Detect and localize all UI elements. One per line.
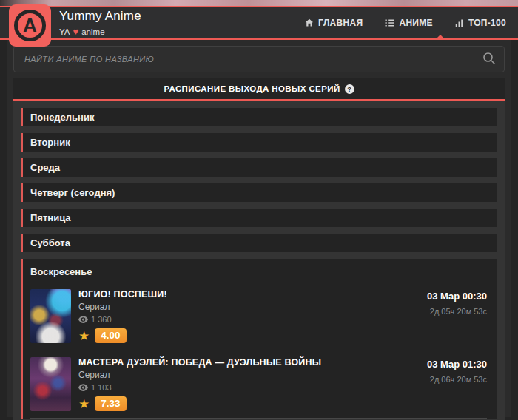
subtitle-suffix: anime [81,27,104,36]
star-icon: ★ [78,398,90,410]
chart-bars-icon [455,18,464,27]
air-time-block: 03 Мар 00:30 2д 05ч 20м 53с [427,289,487,343]
site-title[interactable]: Yummy Anime [59,9,141,24]
day-row-monday[interactable]: Понедельник [21,108,497,126]
home-icon [305,18,314,27]
nav-item-label: АНИМЕ [399,18,432,28]
eye-icon [78,384,88,391]
nav-item-home[interactable]: ГЛАВНАЯ [305,18,363,28]
day-row-friday[interactable]: Пятница [21,209,497,227]
rating-badge: 7.33 [95,396,126,411]
views-count: 1 103 [78,383,321,392]
anime-type: Сериал [78,370,321,380]
nav-item-label: ТОП-100 [468,18,506,28]
nav-item-label: ГЛАВНАЯ [318,18,363,28]
anime-title-link[interactable]: МАСТЕРА ДУЭЛЕЙ: ПОБЕДА — ДУЭЛЬНЫЕ ВОЙНЫ [78,357,321,368]
anime-entry: ЮГИО! ПОСПЕШИ! Сериал 1 360 ★ 4.00 03 Ма… [30,282,487,350]
star-icon: ★ [78,330,90,342]
schedule-day-list: Понедельник Вторник Среда Четверг (сегод… [13,101,505,420]
heart-icon: ♥ [73,26,79,37]
site-subtitle: YA ♥ anime [59,26,141,37]
logo-a-icon: A [14,10,46,41]
entry-info: ЮГИО! ПОСПЕШИ! Сериал 1 360 ★ 4.00 [78,289,167,343]
site-header: A Yummy Anime YA ♥ anime ГЛАВНАЯ АНИМЕ Т… [0,6,518,40]
views-value: 1 103 [91,383,112,392]
page-content: РАСПИСАНИЕ ВЫХОДА НОВЫХ СЕРИЙ ? Понедель… [7,40,511,417]
day-row-sunday[interactable]: Воскресенье [30,263,487,282]
search-icon [482,51,497,66]
list-icon [385,18,394,27]
anime-type: Сериал [78,302,167,312]
main-nav: ГЛАВНАЯ АНИМЕ ТОП-100 [305,18,518,28]
day-panel-sunday: Воскресенье ЮГИО! ПОСПЕШИ! Сериал 1 360 … [21,259,497,419]
search-input[interactable] [13,46,505,72]
entry-info: МАСТЕРА ДУЭЛЕЙ: ПОБЕДА — ДУЭЛЬНЫЕ ВОЙНЫ … [78,357,321,411]
site-logo[interactable]: A [9,4,51,47]
anime-entry: МАСТЕРА ДУЭЛЕЙ: ПОБЕДА — ДУЭЛЬНЫЕ ВОЙНЫ … [30,350,487,419]
views-value: 1 360 [91,315,112,324]
anime-poster-thumbnail[interactable] [30,289,71,343]
schedule-title: РАСПИСАНИЕ ВЫХОДА НОВЫХ СЕРИЙ [164,84,340,93]
eye-icon [78,316,88,323]
day-row-tuesday[interactable]: Вторник [21,133,497,152]
day-row-thursday-today[interactable]: Четверг (сегодня) [21,183,497,202]
day-row-saturday[interactable]: Суббота [21,234,497,252]
air-time-block: 03 Мар 01:30 2д 06ч 20м 53с [427,357,487,411]
question-circle-icon[interactable]: ? [345,84,354,94]
rating-row: ★ 7.33 [78,396,321,411]
views-count: 1 360 [78,315,167,324]
schedule-titlebar: РАСПИСАНИЕ ВЫХОДА НОВЫХ СЕРИЙ ? [13,78,505,101]
air-date: 03 Мар 01:30 [427,359,487,370]
countdown-timer: 2д 05ч 20м 53с [427,307,487,316]
air-date: 03 Мар 00:30 [427,291,487,302]
rating-badge: 4.00 [95,328,126,343]
anime-poster-thumbnail[interactable] [30,357,71,411]
brand-block: Yummy Anime YA ♥ anime [59,9,141,37]
nav-item-top100[interactable]: ТОП-100 [455,18,506,28]
background-photo-strip [0,0,518,6]
search-button[interactable] [478,49,500,70]
rating-row: ★ 4.00 [78,328,167,343]
day-row-wednesday[interactable]: Среда [21,158,497,177]
nav-item-anime[interactable]: АНИМЕ [385,18,432,28]
countdown-timer: 2д 06ч 20м 53с [427,375,487,384]
schedule-section: РАСПИСАНИЕ ВЫХОДА НОВЫХ СЕРИЙ ? Понедель… [13,78,505,420]
subtitle-prefix: YA [59,27,70,36]
search-bar [13,46,505,72]
active-tab-indicator [435,35,445,40]
anime-title-link[interactable]: ЮГИО! ПОСПЕШИ! [78,289,167,299]
